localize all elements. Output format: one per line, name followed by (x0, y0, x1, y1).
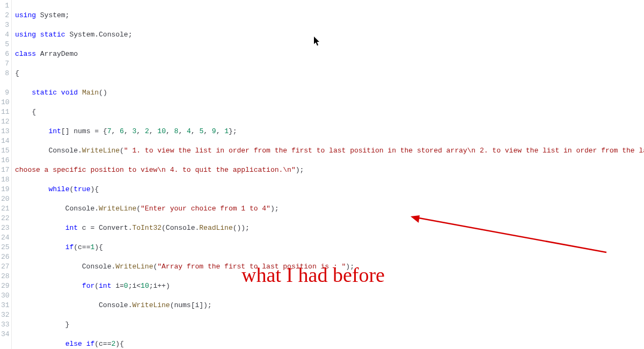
code-line[interactable]: else if(c==2){ (15, 339, 644, 349)
line-number: 20 (1, 194, 9, 204)
line-number: 21 (1, 204, 9, 214)
line-number: 10 (1, 98, 9, 107)
line-number: 17 (1, 165, 9, 175)
code-line[interactable]: choose a specific position to view\n 4. … (15, 165, 644, 175)
line-number: 30 (1, 291, 9, 301)
code-line[interactable]: { (15, 69, 644, 78)
line-number: 2 (1, 11, 9, 20)
code-line[interactable]: Console.WriteLine("Enter your choice fro… (15, 204, 644, 214)
code-editor[interactable]: 1 2 3 4 5 6 7 8 9 10 11 12 13 14 15 16 1… (0, 0, 644, 349)
code-line[interactable]: using static System.Console; (15, 30, 644, 40)
code-line[interactable]: Console.WriteLine(nums[i]); (15, 301, 644, 310)
code-line[interactable]: using System; (15, 11, 644, 20)
code-line[interactable]: int[] nums = {7, 6, 3, 2, 10, 8, 4, 5, 9… (15, 127, 644, 136)
line-number: 18 (1, 175, 9, 185)
code-line[interactable]: static void Main() (15, 88, 644, 98)
line-number: 12 (1, 117, 9, 127)
line-number: 5 (1, 40, 9, 49)
code-line[interactable]: if(c==1){ (15, 243, 644, 252)
line-number: 4 (1, 30, 9, 40)
code-line[interactable]: Console.WriteLine(" 1. to view the list … (15, 146, 644, 156)
line-number: 7 (1, 59, 9, 69)
code-line[interactable]: } (15, 320, 644, 330)
line-number: 13 (1, 127, 9, 136)
line-number: 32 (1, 310, 9, 320)
code-line[interactable]: Console.WriteLine("Array from the first … (15, 262, 644, 272)
line-number: 33 (1, 320, 9, 330)
line-number: 24 (1, 233, 9, 243)
line-number (1, 78, 9, 88)
line-number: 31 (1, 301, 9, 310)
line-number: 25 (1, 243, 9, 252)
line-number: 15 (1, 146, 9, 156)
line-number: 34 (1, 330, 9, 339)
code-line[interactable]: { (15, 107, 644, 117)
line-number: 26 (1, 252, 9, 262)
line-number: 14 (1, 136, 9, 146)
line-number-gutter: 1 2 3 4 5 6 7 8 9 10 11 12 13 14 15 16 1… (0, 0, 12, 349)
line-number: 1 (1, 1, 9, 11)
line-number: 6 (1, 49, 9, 59)
line-number: 29 (1, 281, 9, 291)
code-line[interactable]: for(int i=0;i<10;i++) (15, 281, 644, 291)
line-number: 23 (1, 223, 9, 233)
code-area[interactable]: using System; using static System.Consol… (12, 0, 644, 349)
line-number: 22 (1, 214, 9, 223)
code-line[interactable]: int c = Convert.ToInt32(Console.ReadLine… (15, 223, 644, 233)
line-number: 28 (1, 272, 9, 281)
line-number: 9 (1, 88, 9, 98)
line-number: 11 (1, 107, 9, 117)
code-line[interactable]: class ArrayDemo (15, 49, 644, 59)
line-number: 16 (1, 156, 9, 165)
line-number: 8 (1, 69, 9, 78)
line-number: 19 (1, 185, 9, 194)
code-line[interactable]: while(true){ (15, 185, 644, 194)
line-number: 3 (1, 20, 9, 30)
line-number: 27 (1, 262, 9, 272)
